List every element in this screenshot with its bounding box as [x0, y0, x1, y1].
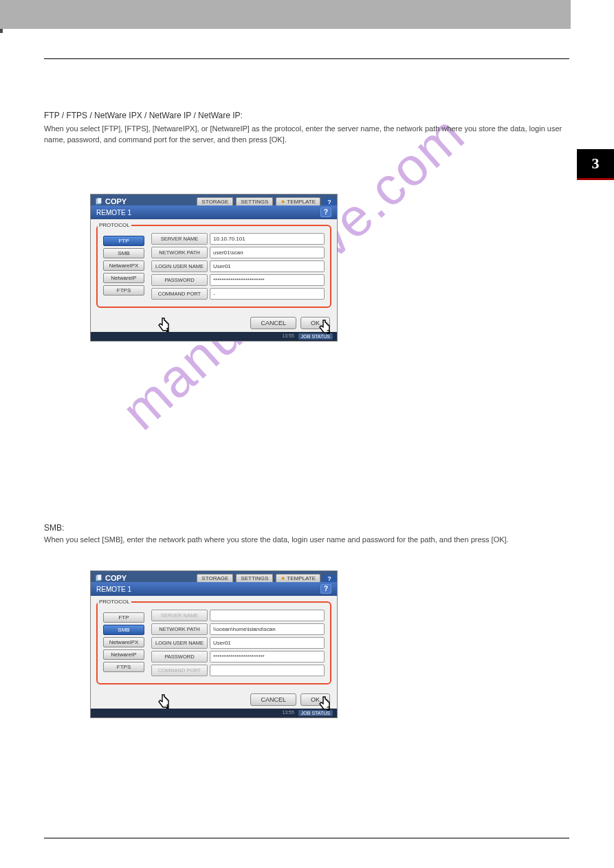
tab-help[interactable]: ?: [323, 199, 336, 205]
cancel-button[interactable]: CANCEL: [250, 317, 296, 329]
protocol-label: PROTOCOL: [98, 222, 131, 228]
help-icon[interactable]: ?: [320, 208, 331, 217]
protocol-smb-button[interactable]: SMB: [103, 625, 144, 635]
horizontal-rule-top: [44, 58, 569, 59]
panel-footer: CANCEL OK: [91, 690, 337, 709]
protocol-netwareipx-button[interactable]: NetwareIPX: [103, 637, 144, 647]
tab-template[interactable]: TEMPLATE: [276, 197, 320, 205]
panel-title-bar: REMOTE 1 ?: [91, 582, 337, 596]
top-dark-strip: [0, 29, 3, 33]
panel-footer: CANCEL OK: [91, 313, 337, 332]
cancel-button[interactable]: CANCEL: [250, 693, 296, 706]
protocol-netwareip-button[interactable]: NetwareIP: [103, 649, 144, 660]
tab-help[interactable]: ?: [323, 575, 336, 582]
protocol-column: FTP SMB NetwareIPX NetwareIP FTPS: [103, 612, 144, 676]
document-icon: [95, 198, 103, 205]
server-name-label[interactable]: SERVER NAME: [151, 233, 208, 245]
tab-template[interactable]: TEMPLATE: [276, 574, 320, 582]
fields-column: SERVER NAME NETWORK PATH\\ocean\home\isl…: [151, 610, 325, 676]
panel-tabs: COPY STORAGE SETTINGS TEMPLATE ?: [91, 194, 337, 205]
command-port-value[interactable]: -: [210, 288, 325, 300]
copy-text: COPY: [105, 574, 127, 582]
server-name-value: [210, 610, 325, 621]
login-user-name-value[interactable]: User01: [210, 637, 325, 649]
network-path-value[interactable]: \\ocean\home\island\scan: [210, 623, 325, 635]
command-port-label: COMMAND PORT: [151, 665, 208, 676]
status-bar: 13:55 JOB STATUS: [91, 709, 337, 717]
protocol-label: PROTOCOL: [98, 599, 131, 605]
network-path-value[interactable]: user01\scan: [210, 247, 325, 258]
job-status[interactable]: JOB STATUS: [298, 333, 333, 340]
job-status[interactable]: JOB STATUS: [298, 710, 333, 716]
command-port-value: [210, 665, 325, 676]
protocol-ftps-button[interactable]: FTPS: [103, 285, 144, 296]
password-value[interactable]: ************************: [210, 651, 325, 663]
panel-title: REMOTE 1: [96, 586, 131, 593]
ok-button[interactable]: OK: [300, 317, 330, 329]
panel-tabs: COPY STORAGE SETTINGS TEMPLATE ?: [91, 571, 337, 582]
copier-panel-smb: COPY STORAGE SETTINGS TEMPLATE ? REMOTE …: [90, 570, 338, 718]
protocol-ftp-button[interactable]: FTP: [103, 236, 144, 246]
ftp-heading: FTP / FTPS / NetWare IPX / NetWare IP / …: [44, 110, 569, 122]
document-icon: [95, 575, 103, 582]
login-user-name-label[interactable]: LOGIN USER NAME: [151, 637, 208, 649]
ftp-intro: When you select [FTP], [FTPS], [NetwareI…: [44, 124, 569, 146]
horizontal-rule-bottom: [44, 838, 569, 838]
network-path-label[interactable]: NETWORK PATH: [151, 247, 208, 258]
protocol-smb-button[interactable]: SMB: [103, 248, 144, 258]
login-user-name-value[interactable]: User01: [210, 260, 325, 272]
tab-settings[interactable]: SETTINGS: [236, 197, 273, 205]
copier-panel-ftp: COPY STORAGE SETTINGS TEMPLATE ? REMOTE …: [90, 194, 338, 342]
server-name-label: SERVER NAME: [151, 610, 208, 621]
tab-storage[interactable]: STORAGE: [197, 197, 233, 205]
command-port-label[interactable]: COMMAND PORT: [151, 288, 208, 300]
copy-label: COPY: [95, 574, 127, 582]
smb-heading: SMB:: [44, 522, 569, 534]
login-user-name-label[interactable]: LOGIN USER NAME: [151, 260, 208, 272]
top-banner: [0, 0, 571, 29]
copy-label: COPY: [95, 197, 127, 205]
tab-settings[interactable]: SETTINGS: [236, 574, 273, 582]
protocol-netwareipx-button[interactable]: NetwareIPX: [103, 260, 144, 271]
fields-column: SERVER NAME10.10.70.101 NETWORK PATHuser…: [151, 233, 325, 300]
protocol-column: FTP SMB NetwareIPX NetwareIP FTPS: [103, 236, 144, 300]
password-value[interactable]: ************************: [210, 274, 325, 286]
status-bar: 13:55 JOB STATUS: [91, 332, 337, 341]
password-label[interactable]: PASSWORD: [151, 651, 208, 663]
server-name-value[interactable]: 10.10.70.101: [210, 233, 325, 245]
svg-rect-3: [97, 575, 101, 580]
protocol-netwareip-button[interactable]: NetwareIP: [103, 273, 144, 283]
panel-title-bar: REMOTE 1 ?: [91, 205, 337, 219]
status-time: 13:55: [282, 333, 294, 340]
tab-storage[interactable]: STORAGE: [197, 574, 233, 582]
svg-rect-1: [97, 198, 101, 203]
copy-text: COPY: [105, 197, 127, 205]
smb-intro: When you select [SMB], enter the network…: [44, 535, 569, 546]
protocol-ftps-button[interactable]: FTPS: [103, 662, 144, 672]
password-label[interactable]: PASSWORD: [151, 274, 208, 286]
highlighted-area: FTP SMB NetwareIPX NetwareIP FTPS SERVER…: [96, 225, 331, 308]
ok-button[interactable]: OK: [300, 693, 330, 706]
status-time: 13:55: [282, 710, 294, 716]
highlighted-area: FTP SMB NetwareIPX NetwareIP FTPS SERVER…: [96, 601, 331, 685]
side-chapter-tab: 3: [577, 149, 614, 178]
network-path-label[interactable]: NETWORK PATH: [151, 623, 208, 635]
panel-title: REMOTE 1: [96, 209, 131, 216]
help-icon[interactable]: ?: [320, 584, 331, 594]
protocol-ftp-button[interactable]: FTP: [103, 612, 144, 623]
